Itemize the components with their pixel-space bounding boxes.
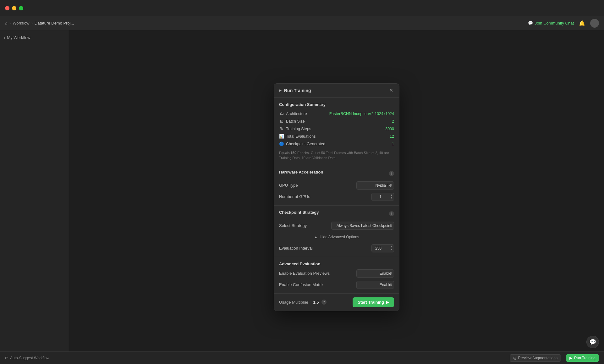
notification-bell-icon[interactable]: 🔔 — [579, 20, 585, 26]
batch-size-value: 2 — [392, 119, 394, 124]
usage-info: Usage Multiplier : 1.5 ? — [279, 300, 327, 305]
chat-fab-icon: 💬 — [589, 339, 596, 345]
eval-interval-label: Evaluation Interval — [279, 246, 313, 251]
checkpoint-info-icon[interactable]: i — [389, 211, 394, 216]
num-gpus-decrement[interactable]: ▼ — [390, 197, 393, 199]
back-to-workflow-link[interactable]: ‹ My Workflow — [4, 35, 65, 40]
config-row-total-evaluations: 📊 Total Evaluations 12 — [279, 133, 394, 140]
modal-footer: Usage Multiplier : 1.5 ? Start Training … — [274, 293, 399, 311]
config-row-training-steps: ↻ Training Steps 3000 — [279, 125, 394, 133]
minimize-button[interactable] — [12, 6, 16, 10]
modal-play-icon: ▶ — [279, 89, 282, 92]
start-training-icon: ▶ — [386, 300, 389, 305]
back-chevron-icon: ‹ — [4, 35, 5, 40]
usage-help-icon[interactable]: ? — [321, 300, 327, 305]
auto-suggest-workflow-button[interactable]: ⟳ Auto-Suggest Workflow — [5, 356, 49, 360]
modal-header: ▶ Run Training ✕ — [274, 84, 399, 98]
config-summary-title: Configuration Summary — [279, 102, 394, 107]
gpu-type-label: GPU Type — [279, 183, 298, 188]
modal-close-button[interactable]: ✕ — [388, 87, 394, 94]
select-strategy-label: Select Strategy — [279, 223, 307, 228]
eval-interval-decrement[interactable]: ▼ — [390, 248, 393, 251]
preview-augmentations-icon: ◎ — [513, 356, 516, 360]
eval-interval-increment[interactable]: ▲ — [390, 245, 393, 248]
training-steps-icon: ↻ — [279, 126, 284, 131]
config-summary-section: Configuration Summary 🗂 Architecture Fas… — [274, 98, 399, 165]
titlebar — [0, 0, 604, 16]
config-row-batch-size: ⊡ Batch Size 2 — [279, 118, 394, 125]
close-button[interactable] — [5, 6, 9, 10]
eval-interval-row: Evaluation Interval ▲ ▼ — [279, 244, 394, 252]
start-training-button[interactable]: Start Training ▶ — [353, 297, 394, 307]
checkpoint-title: Checkpoint Strategy — [279, 210, 319, 215]
config-note-bold: 150 — [291, 151, 296, 155]
batch-size-icon: ⊡ — [279, 119, 284, 124]
advanced-eval-title: Advanced Evaluation — [279, 262, 394, 266]
eval-previews-select-wrapper: Enable Disable — [356, 269, 394, 278]
training-steps-value: 3000 — [385, 127, 394, 131]
modal-title-row: ▶ Run Training — [279, 88, 311, 93]
run-training-bottom-button[interactable]: ▶ Run Training — [566, 354, 599, 362]
run-training-modal: ▶ Run Training ✕ Configuration Summary 🗂… — [274, 83, 399, 311]
total-evaluations-icon: 📊 — [279, 134, 284, 139]
hardware-info-icon[interactable]: i — [389, 171, 394, 176]
eval-previews-select[interactable]: Enable Disable — [356, 269, 394, 278]
eval-interval-input-wrapper: ▲ ▼ — [371, 244, 394, 252]
sidebar: ‹ My Workflow — [0, 30, 69, 364]
total-evaluations-label: Total Evaluations — [286, 134, 316, 139]
checkpoint-generated-icon: 🔵 — [279, 141, 284, 146]
num-gpus-input-wrapper: ▲ ▼ — [371, 193, 394, 201]
breadcrumb-project: Datature Demo Proj... — [35, 21, 74, 25]
main-content: ▶ Run Training ✕ Configuration Summary 🗂… — [69, 30, 604, 364]
join-community-button[interactable]: 💬 Join Community Chat — [528, 21, 574, 25]
breadcrumb-workflow-link[interactable]: Workflow — [13, 21, 29, 25]
strategy-select[interactable]: Always Saves Latest Checkpoint Save Best… — [331, 222, 394, 230]
confusion-matrix-label: Enable Confusion Matrix — [279, 282, 324, 287]
architecture-icon: 🗂 — [279, 111, 284, 116]
num-gpus-label: Number of GPUs — [279, 194, 310, 199]
eval-previews-label: Enable Evaluation Previews — [279, 271, 330, 276]
training-steps-label: Training Steps — [286, 127, 311, 131]
toggle-advanced-label: Hide Advanced Options — [320, 235, 359, 239]
toggle-chevron-icon: ▲ — [314, 235, 318, 239]
checkpoint-generated-value: 1 — [392, 142, 394, 146]
bottom-right-buttons: ◎ Preview Augmentations ▶ Run Training — [510, 354, 599, 362]
strategy-row: Select Strategy Always Saves Latest Chec… — [279, 222, 394, 230]
gpu-type-select[interactable]: Nvidia T4 Nvidia V100 Nvidia A100 — [356, 181, 394, 190]
confusion-matrix-row: Enable Confusion Matrix Enable Disable — [279, 281, 394, 289]
confusion-matrix-select[interactable]: Enable Disable — [356, 281, 394, 289]
preview-augmentations-label: Preview Augmentations — [518, 356, 557, 360]
checkpoint-strategy-section: Checkpoint Strategy i Select Strategy Al… — [274, 206, 399, 257]
architecture-label: Architecture — [286, 112, 307, 116]
config-note: Equals 150 Epochs. Out of 50 Total Frame… — [279, 150, 394, 161]
fullscreen-button[interactable] — [19, 6, 23, 10]
home-icon[interactable]: ⌂ — [5, 21, 8, 25]
modal-body: Configuration Summary 🗂 Architecture Fas… — [274, 98, 399, 293]
modal-title: Run Training — [284, 88, 311, 93]
sidebar-back-label: My Workflow — [7, 35, 30, 40]
bottom-bar: ⟳ Auto-Suggest Workflow ◎ Preview Augmen… — [0, 351, 604, 364]
num-gpus-row: Number of GPUs ▲ ▼ — [279, 193, 394, 201]
toggle-advanced-options[interactable]: ▲ Hide Advanced Options — [279, 233, 394, 241]
usage-label: Usage Multiplier : — [279, 300, 310, 305]
gpu-type-select-wrapper: Nvidia T4 Nvidia V100 Nvidia A100 — [356, 181, 394, 190]
advanced-evaluation-section: Advanced Evaluation Enable Evaluation Pr… — [274, 257, 399, 293]
nav-right: 💬 Join Community Chat 🔔 — [528, 19, 599, 28]
breadcrumb: ⌂ › Workflow › Datature Demo Proj... — [5, 21, 74, 25]
navbar: ⌂ › Workflow › Datature Demo Proj... 💬 J… — [0, 16, 604, 30]
hardware-title: Hardware Acceleration — [279, 170, 323, 174]
auto-suggest-icon: ⟳ — [5, 356, 8, 360]
eval-previews-row: Enable Evaluation Previews Enable Disabl… — [279, 269, 394, 278]
config-row-architecture: 🗂 Architecture FasterRCNN InceptionV2 10… — [279, 110, 394, 118]
architecture-value: FasterRCNN InceptionV2 1024x1024 — [329, 112, 394, 116]
avatar[interactable] — [590, 19, 599, 28]
num-gpus-increment[interactable]: ▲ — [390, 194, 393, 196]
run-training-bottom-label: Run Training — [574, 356, 596, 360]
chat-fab-button[interactable]: 💬 — [586, 336, 599, 348]
gpu-type-row: GPU Type Nvidia T4 Nvidia V100 Nvidia A1… — [279, 181, 394, 190]
preview-augmentations-button[interactable]: ◎ Preview Augmentations — [510, 354, 561, 362]
hardware-acceleration-section: Hardware Acceleration i GPU Type Nvidia … — [274, 165, 399, 206]
auto-suggest-label: Auto-Suggest Workflow — [10, 356, 49, 360]
confusion-matrix-select-wrapper: Enable Disable — [356, 281, 394, 289]
start-training-label: Start Training — [358, 300, 384, 305]
